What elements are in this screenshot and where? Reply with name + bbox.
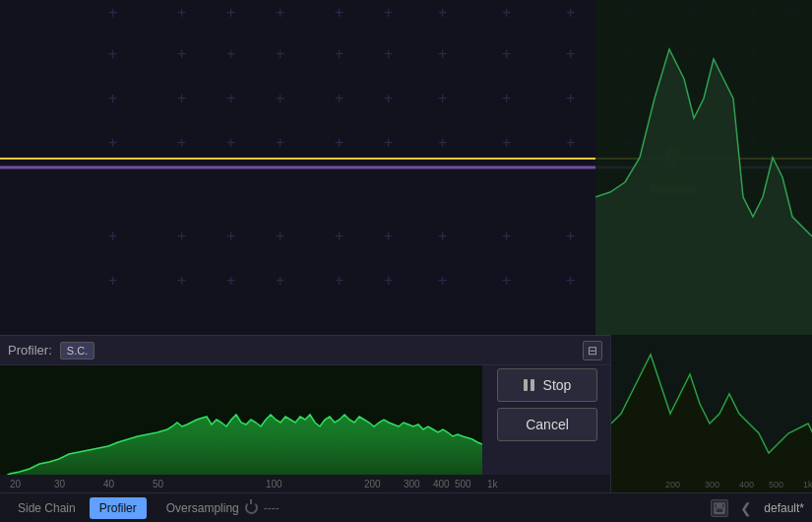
svg-text:+: + — [566, 134, 575, 151]
svg-text:+: + — [384, 45, 393, 62]
svg-text:+: + — [177, 4, 186, 21]
svg-text:+: + — [276, 45, 284, 62]
side-chain-label: Side Chain — [18, 501, 76, 515]
svg-text:+: + — [566, 272, 575, 289]
freq-label-1k: 1k — [487, 479, 498, 489]
profiler-header: Profiler: S.C. ⊟ — [0, 336, 610, 365]
svg-text:+: + — [335, 228, 344, 244]
main-visualizer: + + + + + + + + + + + + + + + + + + + + … — [0, 0, 812, 335]
freq-label-50: 50 — [153, 479, 163, 489]
svg-text:+: + — [108, 4, 117, 21]
collapse-button[interactable]: ⊟ — [583, 341, 602, 360]
profiler-tab[interactable]: Profiler — [90, 497, 147, 519]
svg-text:500: 500 — [769, 480, 783, 489]
svg-text:+: + — [226, 134, 235, 151]
svg-text:200: 200 — [665, 480, 680, 489]
svg-text:+: + — [502, 272, 511, 289]
svg-text:+: + — [384, 272, 393, 289]
svg-text:+: + — [108, 45, 117, 62]
freq-label-400: 400 — [433, 479, 450, 489]
svg-text:+: + — [276, 4, 284, 21]
svg-text:+: + — [108, 90, 117, 106]
svg-text:+: + — [566, 45, 575, 62]
svg-text:1k: 1k — [803, 480, 812, 489]
svg-text:+: + — [276, 228, 284, 244]
svg-text:+: + — [226, 272, 235, 289]
svg-text:+: + — [438, 272, 447, 289]
svg-text:+: + — [384, 228, 393, 244]
freq-label-100: 100 — [266, 479, 282, 489]
sc-badge: S.C. — [60, 342, 94, 359]
svg-text:+: + — [384, 134, 393, 151]
svg-text:+: + — [226, 45, 235, 62]
freq-label-30: 30 — [54, 479, 65, 489]
freq-label-500: 500 — [455, 479, 471, 489]
button-panel: Stop Cancel — [497, 368, 605, 449]
svg-text:400: 400 — [739, 480, 754, 489]
svg-text:+: + — [177, 228, 186, 244]
svg-text:+: + — [335, 272, 344, 289]
svg-text:+: + — [566, 228, 575, 244]
svg-text:+: + — [108, 134, 117, 151]
svg-text:+: + — [335, 134, 344, 151]
stop-label: Stop — [543, 377, 572, 393]
svg-text:+: + — [226, 228, 235, 244]
profiler-label: Profiler: — [8, 343, 52, 358]
svg-rect-92 — [716, 508, 723, 513]
svg-text:+: + — [502, 45, 511, 62]
svg-text:300: 300 — [705, 480, 719, 489]
svg-text:+: + — [438, 4, 447, 21]
svg-text:+: + — [276, 272, 284, 289]
oversampling-power-icon[interactable] — [245, 501, 258, 514]
oversampling-value: ---- — [264, 501, 280, 515]
stop-button[interactable]: Stop — [497, 368, 597, 402]
side-chain-tab[interactable]: Side Chain — [8, 497, 86, 519]
profiler-tab-label: Profiler — [99, 501, 137, 515]
bottom-right: ❮ default* — [711, 498, 804, 518]
freq-label-20: 20 — [10, 479, 21, 489]
cancel-button[interactable]: Cancel — [497, 408, 597, 441]
svg-text:+: + — [384, 4, 393, 21]
svg-text:+: + — [438, 228, 447, 244]
svg-text:+: + — [276, 134, 284, 151]
svg-text:+: + — [502, 228, 511, 244]
collapse-icon: ⊟ — [588, 344, 597, 358]
oversampling-section: Oversampling ---- — [166, 501, 280, 515]
svg-text:+: + — [177, 90, 186, 106]
preset-name: default* — [764, 501, 804, 515]
svg-text:+: + — [177, 272, 186, 289]
svg-text:+: + — [177, 134, 186, 151]
svg-text:+: + — [502, 4, 511, 21]
svg-text:+: + — [226, 90, 235, 106]
svg-text:+: + — [276, 90, 284, 106]
svg-text:+: + — [226, 4, 235, 21]
svg-text:+: + — [438, 134, 447, 151]
svg-text:+: + — [335, 90, 344, 106]
cancel-label: Cancel — [526, 417, 569, 432]
svg-text:+: + — [108, 272, 117, 289]
svg-text:+: + — [566, 4, 575, 21]
svg-text:+: + — [108, 228, 117, 244]
svg-text:+: + — [438, 90, 447, 106]
freq-label-40: 40 — [103, 479, 114, 489]
bottom-bar: Side Chain Profiler Oversampling ---- ❮ … — [0, 492, 812, 522]
svg-text:+: + — [502, 134, 511, 151]
svg-text:+: + — [384, 90, 393, 106]
svg-text:+: + — [438, 45, 447, 62]
svg-rect-91 — [717, 503, 722, 507]
oversampling-label: Oversampling — [166, 501, 239, 515]
svg-text:+: + — [335, 4, 344, 21]
pause-icon — [524, 378, 535, 392]
svg-text:+: + — [177, 45, 186, 62]
freq-label-300: 300 — [404, 479, 420, 489]
freq-label-200: 200 — [364, 479, 381, 489]
save-icon[interactable] — [711, 499, 728, 517]
svg-text:+: + — [502, 90, 511, 106]
svg-text:+: + — [566, 90, 575, 106]
nav-left-arrow[interactable]: ❮ — [736, 498, 756, 518]
svg-text:+: + — [335, 45, 344, 62]
